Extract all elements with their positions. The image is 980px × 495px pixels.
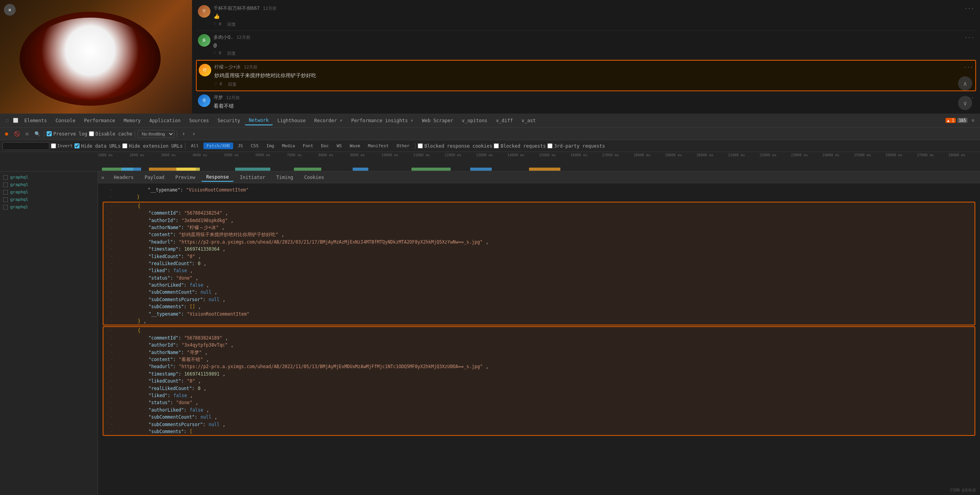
tab-headers[interactable]: Headers [109,173,138,181]
blocked-requests-checkbox[interactable] [494,143,499,148]
disable-cache-label[interactable]: Disable cache [89,131,132,137]
filter-tab-js[interactable]: JS [235,143,246,149]
comment-more-icon[interactable]: ··· [964,64,973,70]
line-number: - [105,253,113,260]
preserve-log-label[interactable]: Preserve log [47,131,87,137]
preserve-log-checkbox[interactable] [47,131,52,136]
record-button[interactable]: ⏺ [2,130,11,138]
line-number: - [104,186,112,193]
line-number: - [105,224,113,231]
username: 柠檬～少+冰 [214,64,241,70]
comment-more-icon[interactable]: ··· [964,34,974,41]
file-item[interactable]: graphql [0,188,98,196]
tab-network[interactable]: Network [245,116,273,125]
invert-label[interactable]: Invert [51,143,73,148]
ruler-tick: 22000 ms [759,153,791,157]
filter-tab-wasm[interactable]: Wasm [346,143,363,149]
file-checkbox[interactable] [3,190,8,195]
like-count[interactable]: ♡ 0 [214,51,221,56]
export-btn[interactable]: ⬇ [190,130,198,138]
third-party-label[interactable]: 3rd-party requests [547,143,605,149]
tab-preview[interactable]: Preview [171,173,200,181]
tab-security[interactable]: Security [214,116,244,125]
tab-v-ast[interactable]: v_ast [518,116,540,125]
file-checkbox[interactable] [3,182,8,187]
file-checkbox[interactable] [3,175,8,180]
device-icon[interactable]: ⬜ [12,117,20,125]
reply-btn[interactable]: 回复 [227,51,236,56]
filter-tab-all[interactable]: All [188,143,202,149]
tab-console[interactable]: Console [52,116,80,125]
filter-tab-media[interactable]: Media [279,143,298,149]
tab-timing[interactable]: Timing [272,173,298,181]
filter-tab-font[interactable]: Font [300,143,317,149]
filter-tab-other[interactable]: Other [393,143,413,149]
filter-input[interactable] [2,142,49,150]
tab-performance-insights[interactable]: Performance insights ⚡ [347,116,417,125]
inspect-icon[interactable]: ⬚ [3,117,11,125]
file-checkbox[interactable] [3,197,8,202]
line-number: - [105,341,113,349]
file-checkbox[interactable] [3,205,8,210]
third-party-checkbox[interactable] [547,143,552,148]
highlight-block-1: - { - "commentId": "567804238254", - "au… [103,202,975,326]
json-bracket: [] [190,303,195,310]
tab-response[interactable]: Response [201,173,234,182]
tab-web-scraper[interactable]: Web Scraper [418,116,457,125]
file-name: graphql [10,197,28,202]
tab-payload[interactable]: Payload [140,173,169,181]
scroll-up-button[interactable]: ∧ [958,76,972,90]
filter-tab-manifest[interactable]: Manifest [365,143,392,149]
hide-extension-urls-checkbox[interactable] [122,143,127,148]
tab-recorder[interactable]: Recorder ⚡ [310,116,346,125]
tab-v-diff[interactable]: v_diff [492,116,517,125]
blocked-requests-label[interactable]: Blocked requests [494,143,546,149]
like-count[interactable]: ♡ 0 [214,22,221,27]
file-item[interactable]: graphql [0,181,98,188]
settings-icon[interactable]: ⚙ [969,117,977,125]
line-number: - [105,399,113,406]
json-key: "status": [116,275,173,282]
tab-performance[interactable]: Performance [80,116,119,125]
tab-memory[interactable]: Memory [120,116,145,125]
line-number: - [104,193,112,201]
filter-tab-doc[interactable]: Doc [318,143,332,149]
filter-tab-css[interactable]: CSS [248,143,262,149]
tab-cookies[interactable]: Cookies [299,173,329,181]
file-item[interactable]: graphql [0,203,98,211]
import-btn[interactable]: ⬆ [179,130,188,138]
reply-btn[interactable]: 回复 [227,22,236,27]
close-panel-button[interactable]: ✕ [101,174,104,181]
tab-elements[interactable]: Elements [20,116,51,125]
ruler-tick: 2000 ms [129,153,161,157]
tab-application[interactable]: Application [145,116,184,125]
hide-extension-urls-label[interactable]: Hide extension URLs [122,143,183,149]
clear-button[interactable]: 🚫 [13,130,21,138]
scroll-down-button[interactable]: ∨ [958,96,972,110]
hide-data-urls-checkbox[interactable] [74,143,80,148]
like-count[interactable]: ♡ 0 [214,81,222,87]
disable-cache-checkbox[interactable] [89,131,94,136]
json-number: 1669741330364 [184,246,219,253]
comment-more-icon[interactable]: ··· [964,5,974,12]
filter-tab-fetchxhr[interactable]: Fetch/XHR [203,143,233,149]
blocked-cookies-label[interactable]: Blocked response cookies [418,143,492,149]
tab-v-opitons[interactable]: v_opitons [458,116,491,125]
blocked-cookies-checkbox[interactable] [418,143,423,148]
filter-toggle[interactable]: ⊟ [23,130,31,138]
tab-initiator[interactable]: Initiator [235,173,270,181]
hide-data-urls-label[interactable]: Hide data URLs [74,143,121,149]
ruler-tick: 28000 ms [949,153,980,157]
filter-tab-img[interactable]: Img [263,143,277,149]
throttle-select[interactable]: No throttling [138,130,174,138]
tab-lighthouse[interactable]: Lighthouse [274,116,310,125]
close-button[interactable]: × [4,4,16,16]
invert-checkbox[interactable] [51,143,56,148]
filter-tab-ws[interactable]: WS [333,143,345,149]
comment-text: 看着不错 [214,103,974,110]
search-button[interactable]: 🔍 [33,130,42,138]
file-item[interactable]: graphql [0,196,98,203]
file-item[interactable]: graphql [0,173,98,181]
tab-sources[interactable]: Sources [185,116,213,125]
reply-btn[interactable]: 回复 [228,81,237,87]
